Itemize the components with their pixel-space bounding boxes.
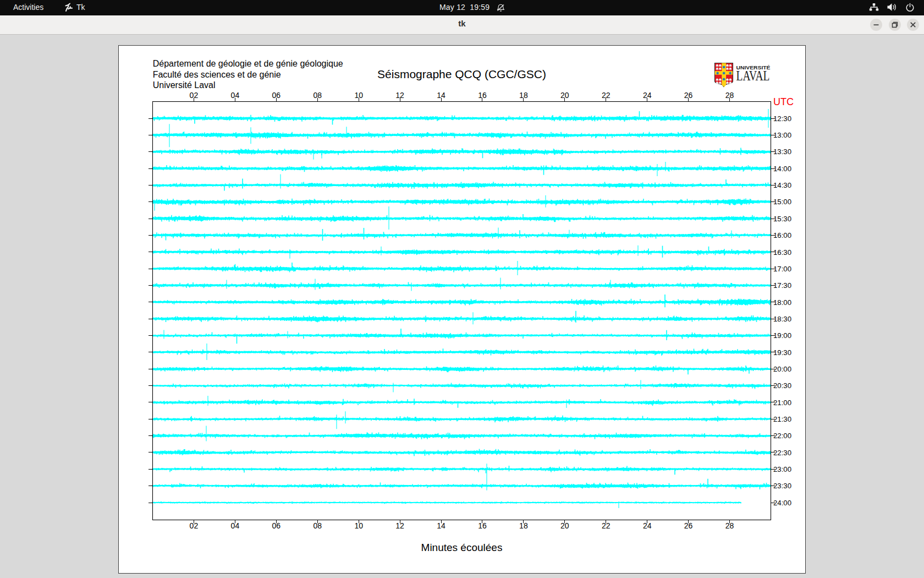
svg-text:23:30: 23:30 [773,482,791,490]
svg-text:04: 04 [231,91,240,100]
svg-text:Faculté des sciences et de gén: Faculté des sciences et de génie [153,70,281,79]
svg-text:24:00: 24:00 [773,499,791,507]
svg-text:14:30: 14:30 [773,181,791,189]
svg-text:13:00: 13:00 [773,131,791,139]
svg-text:16: 16 [478,91,487,100]
svg-text:19:00: 19:00 [773,331,791,340]
svg-text:LAVAL: LAVAL [736,68,770,84]
svg-text:26: 26 [684,521,693,530]
svg-text:17:00: 17:00 [773,265,791,273]
svg-text:20:30: 20:30 [773,381,791,390]
svg-text:16:00: 16:00 [773,231,791,239]
svg-text:15:00: 15:00 [773,198,791,206]
svg-text:28: 28 [725,521,734,530]
svg-text:22:30: 22:30 [773,449,791,457]
svg-text:14:00: 14:00 [773,165,791,173]
svg-text:18: 18 [519,91,528,100]
svg-text:02: 02 [190,521,199,530]
svg-text:14: 14 [437,521,446,530]
svg-text:24: 24 [643,521,652,530]
svg-text:24: 24 [643,91,652,100]
svg-text:12:30: 12:30 [773,114,791,123]
svg-text:17:30: 17:30 [773,281,791,290]
svg-text:10: 10 [354,91,363,100]
svg-text:20:00: 20:00 [773,365,791,373]
svg-text:08: 08 [313,91,322,100]
svg-text:04: 04 [231,521,240,530]
svg-text:12: 12 [395,521,404,530]
svg-text:13:30: 13:30 [773,148,791,156]
svg-text:Séismographe QCQ (CGC/GSC): Séismographe QCQ (CGC/GSC) [377,68,546,80]
svg-text:UTC: UTC [773,96,794,107]
svg-text:18:30: 18:30 [773,315,791,323]
svg-text:26: 26 [684,91,693,100]
svg-text:15:30: 15:30 [773,215,791,223]
svg-text:22: 22 [602,91,610,100]
svg-text:06: 06 [272,521,281,530]
svg-text:16:30: 16:30 [773,248,791,257]
svg-text:Minutes écoulées: Minutes écoulées [421,542,503,553]
svg-text:10: 10 [354,521,363,530]
svg-text:22: 22 [602,521,610,530]
svg-text:Département de géologie et de: Département de géologie et de génie géol… [153,59,343,68]
svg-text:08: 08 [313,521,322,530]
svg-text:18: 18 [519,521,528,530]
svg-text:22:00: 22:00 [773,432,791,440]
svg-text:23:00: 23:00 [773,465,791,473]
svg-text:19:30: 19:30 [773,348,791,357]
svg-text:28: 28 [725,91,734,100]
svg-text:12: 12 [395,91,404,100]
svg-text:14: 14 [437,91,446,100]
svg-text:21:00: 21:00 [773,399,791,407]
svg-text:18:00: 18:00 [773,298,791,307]
svg-text:06: 06 [272,91,281,100]
svg-text:20: 20 [560,521,569,530]
svg-text:02: 02 [190,91,199,100]
svg-text:16: 16 [478,521,487,530]
svg-text:20: 20 [560,91,569,100]
svg-text:Université Laval: Université Laval [153,80,216,90]
svg-text:21:30: 21:30 [773,415,791,423]
